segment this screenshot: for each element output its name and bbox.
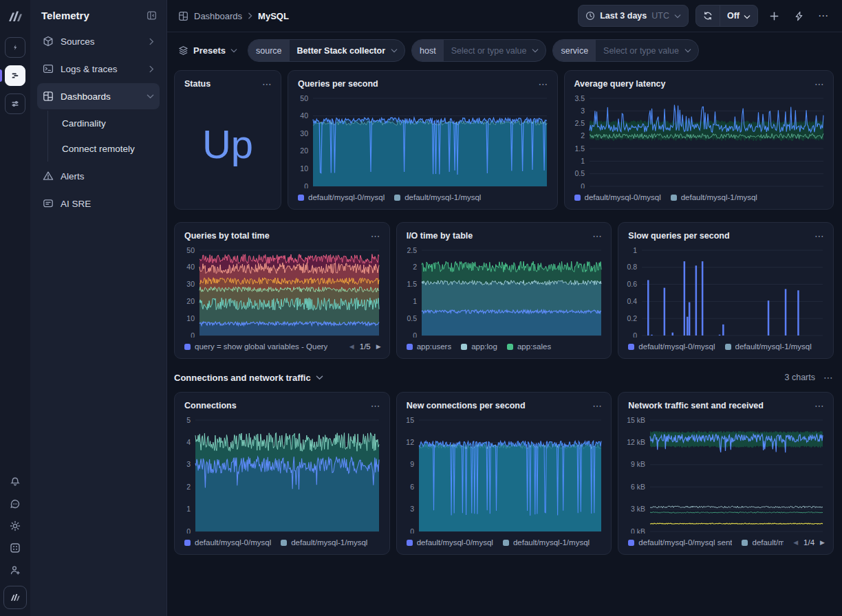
sidebar-item-alerts[interactable]: Alerts [37, 163, 160, 189]
sidebar-subitem-cardinality[interactable]: Cardinality [48, 111, 160, 136]
notifications-bell-icon[interactable] [9, 476, 21, 488]
svg-text:20: 20 [186, 297, 195, 305]
sidebar-item-sources[interactable]: Sources [37, 28, 160, 54]
legend-swatch [184, 344, 191, 350]
settings-rail-button[interactable] [5, 94, 25, 114]
legend-item[interactable]: default/mysql-0/mysql [407, 538, 493, 547]
average-query-latency-chart[interactable]: 00.511.522.533.5 [569, 93, 827, 188]
app-window: Telemetry Sources Logs & traces Dashboar… [0, 0, 842, 616]
queries-per-second-card: Queries per second⋯ 01020304050 default/… [288, 70, 558, 210]
chart-menu-button[interactable]: ⋯ [814, 232, 825, 239]
presets-button[interactable]: Presets [174, 45, 241, 56]
pager-page-indicator: 1/4 [803, 538, 814, 547]
pager-next-button[interactable]: ▶ [820, 539, 825, 546]
icon-rail [0, 0, 30, 616]
section-header: Connections and network traffic 3 charts… [174, 370, 834, 385]
new-connections-chart[interactable]: 03691215 [401, 415, 605, 534]
legend-item[interactable]: default/mysql-0/mysql sent [628, 538, 732, 547]
breadcrumb-dashboards[interactable]: Dashboards [194, 11, 242, 21]
chart-title: Status [184, 79, 210, 89]
io-time-by-table-chart[interactable]: 00.511.522.5 [401, 245, 605, 338]
collapse-sidebar-icon[interactable] [147, 10, 157, 21]
legend-label: default/mysql-0/mysql [308, 193, 385, 201]
legend-item[interactable]: default/mysql-1/mysql [281, 538, 367, 547]
refresh-interval-select[interactable]: Off [720, 6, 757, 26]
legend-item[interactable]: default/mysql-0/mysql [184, 538, 271, 547]
legend-item[interactable]: app:log [461, 342, 497, 351]
legend-item[interactable]: default/mysql-0/mysql [574, 193, 661, 201]
host-filter[interactable]: host Select or type value [411, 39, 546, 62]
chevron-down-icon [316, 375, 323, 380]
legend-item[interactable]: query = show global variables - Query [184, 342, 327, 351]
chart-menu-button[interactable]: ⋯ [814, 80, 825, 87]
service-filter[interactable]: service Select or type value [552, 39, 698, 62]
svg-text:12: 12 [406, 438, 414, 446]
svg-text:2.5: 2.5 [407, 246, 417, 254]
workspace-logo-button[interactable] [3, 586, 27, 609]
pager-prev-button[interactable]: ◀ [793, 539, 798, 546]
breadcrumb-current-page: MySQL [258, 11, 289, 21]
chart-title: Queries by total time [184, 231, 270, 241]
queries-by-total-time-chart[interactable]: 01020304050 [179, 245, 382, 338]
chart-menu-button[interactable]: ⋯ [592, 232, 603, 239]
queries-per-second-chart[interactable]: 01020304050 [292, 93, 550, 188]
chat-feedback-icon[interactable] [9, 498, 21, 510]
pager-next-button[interactable]: ▶ [376, 343, 381, 350]
add-chart-button[interactable] [765, 7, 783, 25]
legend-item[interactable]: default/mysql-0/mysql [628, 342, 715, 351]
legend-item[interactable]: default/mysql-0/mysql [298, 193, 385, 201]
network-traffic-chart[interactable]: 0 kB3 kB6 kB9 kB12 kB15 kB [623, 415, 826, 534]
chart-legend: default/mysql-0/mysqldefault/mysql-1/mys… [397, 534, 612, 554]
legend-item[interactable]: default/mysql-1/mysql sent [742, 538, 784, 547]
refresh-button[interactable] [696, 6, 720, 26]
chart-menu-button[interactable]: ⋯ [592, 402, 603, 409]
svg-text:3: 3 [186, 460, 191, 468]
legend-swatch [461, 344, 467, 350]
slow-queries-chart[interactable]: 00.20.40.60.81 [623, 245, 826, 338]
legend-swatch [503, 540, 509, 546]
legend-item[interactable]: app:sales [507, 342, 551, 351]
legend-item[interactable]: default/mysql-1/mysql [725, 342, 812, 351]
legend-item[interactable]: default/mysql-1/mysql [503, 538, 590, 547]
more-options-button[interactable]: ⋯ [814, 7, 832, 25]
apps-grid-icon[interactable] [9, 542, 21, 554]
host-filter-placeholder: Select or type value [444, 46, 532, 56]
chart-menu-button[interactable]: ⋯ [371, 402, 381, 409]
chart-menu-button[interactable]: ⋯ [814, 402, 825, 409]
svg-text:0: 0 [186, 527, 191, 534]
legend-label: default/mysql-0/mysql sent [638, 538, 732, 547]
section-menu-button[interactable]: ⋯ [823, 374, 834, 381]
connections-chart[interactable]: 012345 [179, 415, 382, 534]
legend-label: app:log [471, 342, 497, 351]
sidebar-item-ai-sre[interactable]: AI SRE [37, 190, 160, 217]
chart-menu-button[interactable]: ⋯ [262, 80, 272, 87]
cube-icon [43, 36, 54, 47]
uptime-rail-button[interactable] [5, 37, 25, 58]
pager-prev-button[interactable]: ◀ [349, 343, 354, 350]
svg-text:0 kB: 0 kB [631, 527, 645, 534]
svg-text:3: 3 [410, 505, 414, 513]
legend-item[interactable]: app:users [407, 342, 452, 351]
section-toggle[interactable]: Connections and network traffic [174, 373, 323, 383]
refresh-controls: Off [695, 5, 758, 27]
sidebar-item-dashboards[interactable]: Dashboards [37, 83, 160, 109]
legend-label: default/mysql-1/mysql [291, 538, 367, 547]
legend-item[interactable]: default/mysql-1/mysql [671, 193, 757, 201]
svg-text:1: 1 [186, 505, 191, 513]
time-range-picker[interactable]: Last 3 days UTC [578, 5, 689, 27]
chevron-down-icon [147, 94, 154, 99]
source-filter[interactable]: source Better Stack collector [248, 39, 405, 62]
chart-menu-button[interactable]: ⋯ [371, 232, 381, 239]
invite-user-icon[interactable] [9, 564, 21, 576]
chart-menu-button[interactable]: ⋯ [539, 80, 549, 87]
filter-key-label: service [553, 40, 596, 61]
quick-actions-bolt-icon[interactable] [790, 7, 808, 25]
sidebar-subitem-connect-remotely[interactable]: Connect remotely [48, 136, 160, 162]
chart-legend: query = show global variables - Query◀1/… [175, 338, 389, 358]
theme-sun-icon[interactable] [9, 520, 21, 532]
legend-item[interactable]: default/mysql-1/mysql [394, 193, 481, 201]
sidebar-item-logs-traces[interactable]: Logs & traces [37, 56, 160, 82]
svg-text:30: 30 [186, 280, 195, 288]
telemetry-rail-button[interactable] [5, 65, 25, 86]
slow-queries-card: Slow queries per second⋯ 00.20.40.60.81 … [618, 222, 834, 359]
